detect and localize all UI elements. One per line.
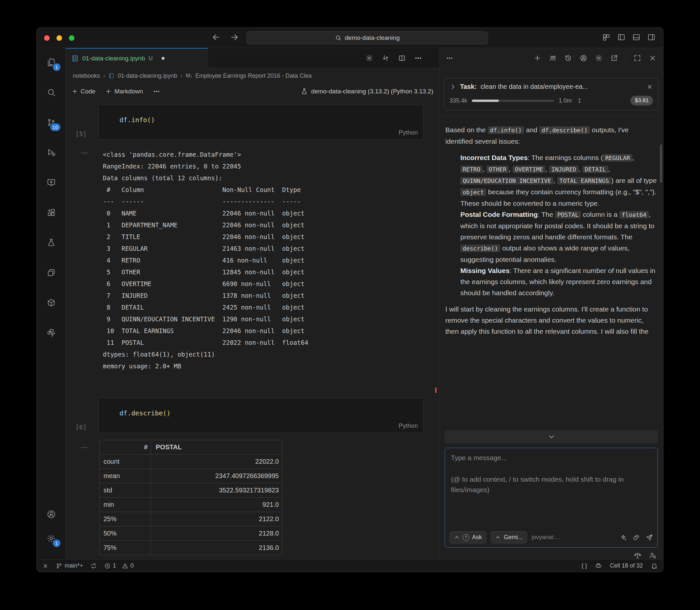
sync-changes-button[interactable]	[91, 563, 97, 569]
titlebar: demo-data-cleaning	[37, 28, 663, 48]
activitybar-explorer[interactable]: 1	[44, 54, 59, 70]
chevron-right-icon: ›	[103, 72, 105, 79]
breadcrumb[interactable]: notebooks › 01-data-cleaning.ipynb › M↓ …	[66, 68, 439, 83]
chat-scrollbar[interactable]	[660, 144, 662, 183]
agents-icon[interactable]	[549, 54, 557, 62]
tab-bar: 01-data-cleaning.ipynb U	[66, 48, 439, 68]
chat-paragraph: I will start by cleaning the earnings co…	[445, 304, 657, 337]
braces-indicator[interactable]: { }	[582, 562, 587, 569]
activitybar-source-control[interactable]: 10	[44, 115, 59, 130]
add-code-label: Code	[81, 88, 95, 95]
task-card[interactable]: Task: clean the data in data/employee-ea…	[444, 78, 658, 110]
chat-more-icon[interactable]	[446, 54, 453, 62]
sparkle-icon[interactable]	[620, 534, 627, 541]
layout-customize-icon[interactable]	[602, 33, 610, 41]
chat-list-item: Missing Values: There are a significant …	[445, 265, 657, 299]
activitybar-containers[interactable]	[44, 295, 59, 310]
back-icon[interactable]	[212, 33, 221, 42]
activitybar-remote-explorer[interactable]	[44, 175, 59, 190]
send-icon[interactable]	[646, 534, 653, 541]
minimize-window-button[interactable]	[56, 35, 62, 41]
activitybar-extensions[interactable]	[44, 205, 59, 221]
unsaved-dot-icon[interactable]	[162, 57, 165, 60]
ask-label: Ask	[472, 534, 482, 541]
code-token: df	[119, 116, 127, 124]
python-icon	[47, 328, 56, 337]
status-bar: main*+ 1 0 { } Cell 18 of 32	[37, 559, 663, 572]
attach-icon[interactable]	[633, 534, 640, 541]
add-code-cell-button[interactable]: Code	[71, 88, 95, 95]
chat-input[interactable]: Type a message... (@ to add context, / t…	[445, 448, 658, 548]
notebook-cells: [5] df.info() Python ⋯ <class 'pandas.co…	[66, 100, 439, 559]
code-line[interactable]: df.describe()	[99, 398, 423, 417]
scroll-to-bottom-button[interactable]	[445, 430, 658, 443]
cell-language-label[interactable]: Python	[398, 129, 418, 136]
account-icon	[47, 510, 56, 519]
activitybar-run-debug[interactable]	[44, 145, 59, 160]
split-editor-icon[interactable]	[398, 54, 406, 62]
tab-git-status: U	[149, 55, 152, 62]
close-icon[interactable]	[649, 54, 656, 62]
chat-panel: Task: clean the data in data/employee-ea…	[439, 48, 663, 559]
activitybar-python[interactable]	[44, 325, 59, 341]
chevron-right-icon[interactable]	[450, 84, 456, 90]
output-collapse-icon[interactable]: ⋯	[81, 443, 88, 452]
warning-count: 0	[131, 562, 134, 569]
copilot-icon[interactable]	[595, 562, 602, 569]
open-external-icon[interactable]	[610, 54, 618, 62]
model-picker-button[interactable]: Gemi...	[491, 531, 527, 543]
problems-indicator[interactable]: 1 0	[104, 562, 134, 569]
output-collapse-icon[interactable]: ⋯	[81, 148, 88, 157]
chat-account-icon[interactable]	[580, 54, 587, 62]
task-text: clean the data in data/employee-ea...	[481, 83, 642, 91]
activitybar-search[interactable]	[44, 84, 59, 100]
toggle-primary-sidebar-icon[interactable]	[617, 33, 625, 41]
branch-label: main*+	[65, 562, 83, 569]
more-actions-icon[interactable]	[414, 54, 422, 62]
git-branch-indicator[interactable]: main*+	[56, 562, 83, 569]
user-search-icon[interactable]	[649, 551, 656, 559]
activitybar-account[interactable]	[44, 507, 59, 522]
search-icon	[47, 88, 56, 97]
tokens-used: 335.4k	[450, 97, 467, 104]
chat-footer-icons	[439, 548, 663, 559]
scales-icon[interactable]	[634, 551, 641, 559]
kernel-picker[interactable]: demo-data-cleaning (3.13.2) (Python 3.13…	[301, 88, 433, 95]
remote-indicator[interactable]	[42, 563, 49, 569]
command-center-search[interactable]: demo-data-cleaning	[246, 31, 488, 44]
toggle-secondary-sidebar-icon[interactable]	[648, 33, 655, 41]
breadcrumb-root[interactable]: notebooks	[73, 73, 100, 79]
explorer-badge: 1	[52, 63, 61, 71]
add-markdown-cell-button[interactable]: Markdown	[105, 88, 143, 95]
history-icon[interactable]	[564, 54, 572, 62]
breadcrumb-file[interactable]: 01-data-cleaning.ipynb	[117, 73, 177, 79]
task-close-icon[interactable]	[647, 84, 653, 90]
tab-notebook[interactable]: 01-data-cleaning.ipynb U	[66, 48, 208, 68]
chat-settings-icon[interactable]	[595, 54, 603, 62]
open-changes-icon[interactable]	[382, 54, 390, 62]
cell-language-label[interactable]: Python	[398, 422, 418, 429]
ask-mode-button[interactable]: ? Ask	[450, 531, 486, 543]
forward-icon[interactable]	[230, 33, 239, 42]
search-value: demo-data-cleaning	[345, 34, 400, 42]
compact-context-icon[interactable]	[576, 97, 583, 104]
activitybar-testing[interactable]	[44, 235, 59, 251]
new-chat-icon[interactable]	[534, 54, 541, 62]
cell-output-text: <class 'pandas.core.frame.DataFrame'> Ra…	[103, 148, 308, 372]
account-context-label: jovyanai:...	[532, 534, 559, 541]
toolbar-more-icon[interactable]	[153, 88, 160, 95]
activitybar-notebooks[interactable]	[44, 265, 59, 280]
close-window-button[interactable]	[44, 35, 50, 41]
code-cell[interactable]: df.info() Python	[98, 105, 423, 140]
zoom-window-button[interactable]	[69, 35, 75, 41]
activitybar-settings[interactable]: 1	[44, 531, 59, 546]
code-token: ()	[147, 116, 155, 124]
breadcrumb-section[interactable]: Employee Earnings Report 2016 - Data Cle…	[195, 73, 311, 79]
notebook-settings-icon[interactable]	[365, 54, 373, 62]
toggle-panel-icon[interactable]	[632, 33, 640, 41]
cell-indicator[interactable]: Cell 18 of 32	[610, 562, 643, 569]
notifications-bell-icon[interactable]	[651, 562, 658, 569]
maximize-icon[interactable]	[633, 54, 641, 62]
code-line[interactable]: df.info()	[99, 105, 423, 124]
code-cell[interactable]: df.describe() Python	[98, 398, 423, 433]
